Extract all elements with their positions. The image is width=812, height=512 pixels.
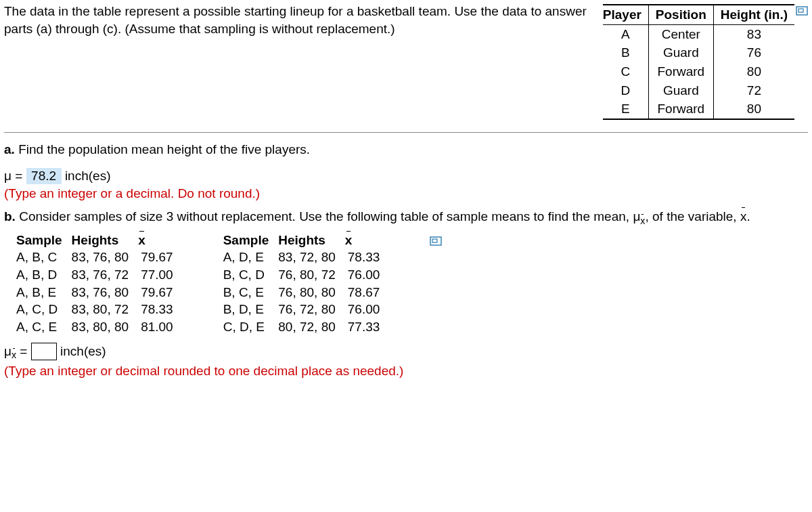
player-table: Player Position Height (in.) ACenter83 B… [603, 4, 794, 120]
table-row: C, D, E80, 72, 8077.33 [223, 318, 390, 336]
svg-rect-1 [798, 9, 803, 12]
table-row: Sample Heights x [223, 232, 390, 249]
table-row: EForward80 [603, 100, 794, 119]
mu-equals-label: μ = [4, 169, 22, 183]
mu-xbar-label: μx [4, 343, 16, 362]
expand-table-icon[interactable] [796, 3, 808, 12]
part-a-label: a. [4, 142, 15, 156]
table-row: B, C, E76, 80, 8078.67 [223, 284, 390, 301]
part-b-text2: , of the variable, [645, 209, 740, 223]
part-b: b. Consider samples of size 3 without re… [4, 208, 808, 228]
table-row: Sample Heights x [16, 232, 183, 249]
col-position: Position [648, 5, 713, 24]
part-a-text: Find the population mean height of the f… [18, 142, 310, 156]
col-xbar: x [138, 232, 183, 249]
col-player: Player [603, 5, 649, 24]
problem-prompt: The data in the table represent a possib… [4, 3, 591, 37]
mu-unit: inch(es) [65, 169, 111, 183]
mu-xbar-input[interactable] [31, 343, 57, 360]
table-row: A, B, E83, 76, 8079.67 [16, 284, 183, 301]
mu-answer-input[interactable] [26, 168, 62, 184]
samples-table-left: Sample Heights x A, B, C83, 76, 8079.67 … [16, 232, 183, 336]
table-row: A, B, C83, 76, 8079.67 [16, 249, 183, 266]
table-row: Player Position Height (in.) [603, 5, 794, 24]
mu-xbar-symbol: μx [633, 208, 645, 228]
table-row: B, D, E76, 72, 8076.00 [223, 301, 390, 318]
table-row: CForward80 [603, 62, 794, 81]
divider [4, 132, 808, 133]
col-xbar: x [345, 232, 390, 249]
table-row: A, C, E83, 80, 8081.00 [16, 318, 183, 336]
table-row: ACenter83 [603, 24, 794, 43]
table-row: A, D, E83, 72, 8078.33 [223, 249, 390, 266]
table-row: A, C, D83, 80, 7278.33 [16, 301, 183, 318]
table-row: BGuard76 [603, 43, 794, 62]
xbar-symbol: x [740, 208, 747, 226]
part-a: a. Find the population mean height of th… [4, 141, 808, 158]
samples-table-right: Sample Heights x A, D, E83, 72, 8078.33 … [223, 232, 390, 336]
col-heights: Heights [278, 232, 345, 249]
part-b-label: b. [4, 209, 16, 223]
col-sample: Sample [223, 232, 279, 249]
mu-xbar-unit: inch(es) [60, 344, 106, 358]
table-row: A, B, D83, 76, 7277.00 [16, 266, 183, 284]
svg-rect-3 [432, 239, 437, 242]
part-a-note: (Type an integer or a decimal. Do not ro… [4, 185, 808, 202]
part-b-text1: Consider samples of size 3 without repla… [19, 209, 633, 223]
part-b-note: (Type an integer or decimal rounded to o… [4, 362, 808, 380]
table-row: B, C, D76, 80, 7276.00 [223, 266, 390, 284]
col-height: Height (in.) [713, 5, 794, 24]
expand-samples-icon[interactable] [430, 233, 442, 242]
equals-label: = [20, 344, 27, 358]
col-sample: Sample [16, 232, 72, 249]
col-heights: Heights [72, 232, 139, 249]
table-row: DGuard72 [603, 81, 794, 100]
